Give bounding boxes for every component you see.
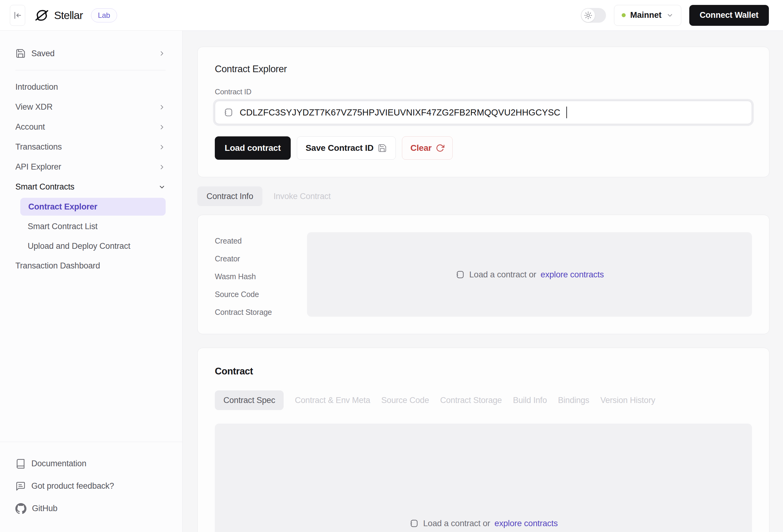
sidebar-item-label: Transactions <box>15 142 62 152</box>
app-shell: Saved Introduction View XDR Account Tran… <box>0 31 783 532</box>
sidebar-item-view-xdr[interactable]: View XDR <box>15 97 166 117</box>
contract-file-icon <box>409 519 419 528</box>
save-contract-id-label: Save Contract ID <box>306 143 374 153</box>
sidebar-item-label: Smart Contracts <box>15 182 74 192</box>
empty-state-message: Load a contract or explore contracts <box>455 270 604 279</box>
tab-contract-spec[interactable]: Contract Spec <box>215 390 284 410</box>
chevron-down-icon <box>158 184 166 191</box>
contract-info-fields: Created Creator Wasm Hash Source Code Co… <box>215 232 307 317</box>
network-selector[interactable]: Mainnet <box>614 5 681 26</box>
sidebar-item-label: Smart Contract List <box>28 222 97 231</box>
contract-file-icon <box>223 107 233 118</box>
tab-bindings[interactable]: Bindings <box>558 390 589 410</box>
field-label-creator: Creator <box>215 254 307 263</box>
tab-build-info[interactable]: Build Info <box>513 390 547 410</box>
sidebar-item-label: Transaction Dashboard <box>15 261 100 271</box>
contract-info-empty-state: Load a contract or explore contracts <box>307 232 752 317</box>
sidebar-item-contract-explorer[interactable]: Contract Explorer <box>20 198 166 215</box>
lab-badge: Lab <box>91 8 117 23</box>
sidebar: Saved Introduction View XDR Account Tran… <box>0 31 183 532</box>
sidebar-item-transactions[interactable]: Transactions <box>15 137 166 157</box>
chevron-right-icon <box>158 143 166 151</box>
floppy-disk-icon <box>15 48 26 59</box>
brand[interactable]: Stellar Lab <box>34 8 117 23</box>
explore-contracts-link[interactable]: explore contracts <box>540 270 604 279</box>
theme-knob <box>582 9 595 22</box>
brand-name: Stellar <box>54 9 83 22</box>
sidebar-item-account[interactable]: Account <box>15 117 166 137</box>
contract-section-title: Contract <box>215 366 752 377</box>
sidebar-item-smart-contracts[interactable]: Smart Contracts <box>15 177 166 197</box>
sidebar-nav: Saved Introduction View XDR Account Tran… <box>0 31 182 442</box>
chevron-right-icon <box>158 103 166 111</box>
sun-icon <box>584 11 592 19</box>
header-actions: Mainnet Connect Wallet <box>581 5 769 26</box>
sidebar-item-introduction[interactable]: Introduction <box>15 77 166 97</box>
theme-toggle[interactable] <box>581 8 606 23</box>
tab-contract-env-meta[interactable]: Contract & Env Meta <box>295 390 370 410</box>
header: Stellar Lab Mainnet Connect Wallet <box>0 0 783 31</box>
sidebar-link-github[interactable]: GitHub <box>15 497 167 520</box>
sidebar-item-label: Upload and Deploy Contract <box>28 241 130 251</box>
empty-state-text: Load a contract or <box>423 519 490 528</box>
save-contract-id-button[interactable]: Save Contract ID <box>297 136 396 160</box>
sidebar-item-transaction-dashboard[interactable]: Transaction Dashboard <box>15 256 166 276</box>
contract-file-icon <box>455 270 465 279</box>
sidebar-item-label: View XDR <box>15 102 53 112</box>
sidebar-item-saved[interactable]: Saved <box>15 45 166 62</box>
clear-button[interactable]: Clear <box>402 136 453 160</box>
field-label-wasm-hash: Wasm Hash <box>215 272 307 281</box>
field-label-contract-storage: Contract Storage <box>215 308 307 317</box>
contract-detail-card: Contract Contract Spec Contract & Env Me… <box>197 348 770 532</box>
contract-tabs: Contract Info Invoke Contract <box>197 187 770 206</box>
collapse-sidebar-button[interactable] <box>10 5 25 26</box>
sidebar-link-label: Got product feedback? <box>31 481 114 491</box>
explorer-actions: Load contract Save Contract ID Clear <box>215 136 752 160</box>
main-content: Contract Explorer Contract ID CDLZFC3SYJ… <box>183 31 783 532</box>
sidebar-item-smart-contract-list[interactable]: Smart Contract List <box>15 217 166 236</box>
contract-id-value: CDLZFC3SYJYDZT7K67VZ75HPJVIEUVNIXF47ZG2F… <box>240 107 560 118</box>
sidebar-divider <box>15 70 166 70</box>
sidebar-link-feedback[interactable]: Got product feedback? <box>15 475 167 497</box>
field-label-created: Created <box>215 236 307 245</box>
explore-contracts-link[interactable]: explore contracts <box>495 519 558 528</box>
tab-contract-storage[interactable]: Contract Storage <box>440 390 502 410</box>
sidebar-item-label: Introduction <box>15 82 58 92</box>
connect-wallet-button[interactable]: Connect Wallet <box>689 5 769 26</box>
panel-collapse-icon <box>13 11 22 20</box>
sidebar-item-label: API Explorer <box>15 162 61 172</box>
contract-detail-tabs: Contract Spec Contract & Env Meta Source… <box>215 390 752 410</box>
sidebar-item-label: Contract Explorer <box>28 202 97 212</box>
rotate-cw-icon <box>436 144 444 152</box>
floppy-disk-icon <box>378 143 387 153</box>
book-icon <box>15 459 26 469</box>
text-caret <box>566 107 567 118</box>
tab-source-code[interactable]: Source Code <box>381 390 429 410</box>
contract-spec-empty-state: Load a contract or explore contracts <box>215 424 752 532</box>
chevron-right-icon <box>158 50 166 57</box>
tab-version-history[interactable]: Version History <box>600 390 655 410</box>
sidebar-item-api-explorer[interactable]: API Explorer <box>15 157 166 177</box>
chevron-down-icon <box>666 12 674 19</box>
sidebar-link-label: Documentation <box>31 459 86 468</box>
network-label: Mainnet <box>630 10 662 20</box>
page-title: Contract Explorer <box>215 64 752 75</box>
clear-label: Clear <box>410 143 432 153</box>
empty-state-message: Load a contract or explore contracts <box>409 519 558 528</box>
network-status-dot <box>622 13 626 17</box>
contract-id-label: Contract ID <box>215 88 752 96</box>
sidebar-item-label: Saved <box>31 49 55 58</box>
sidebar-link-documentation[interactable]: Documentation <box>15 453 167 475</box>
stellar-logo-icon <box>34 8 49 23</box>
field-label-source-code: Source Code <box>215 290 307 299</box>
load-contract-button[interactable]: Load contract <box>215 136 291 160</box>
github-icon <box>15 503 26 514</box>
sidebar-link-label: GitHub <box>32 504 58 513</box>
empty-state-text: Load a contract or <box>469 270 536 279</box>
tab-contract-info[interactable]: Contract Info <box>197 187 262 206</box>
tab-invoke-contract[interactable]: Invoke Contract <box>268 187 336 206</box>
chevron-right-icon <box>158 163 166 171</box>
contract-id-input[interactable]: CDLZFC3SYJYDZT7K67VZ75HPJVIEUVNIXF47ZG2F… <box>215 101 752 124</box>
chevron-right-icon <box>158 124 166 131</box>
sidebar-item-upload-deploy-contract[interactable]: Upload and Deploy Contract <box>15 236 166 256</box>
